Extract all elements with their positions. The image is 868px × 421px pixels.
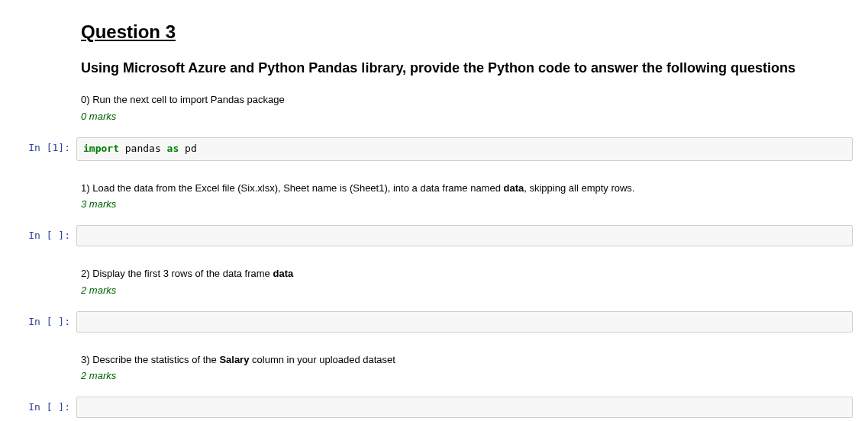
code-cell-2: In [ ]: <box>0 222 868 249</box>
code-cell-1: In [1]: import pandas as pd <box>0 134 868 164</box>
cell-prompt: In [1]: <box>0 137 76 154</box>
cell-prompt-empty <box>0 349 76 354</box>
question-1-marks: 3 marks <box>81 198 848 210</box>
markdown-cell-q3: 3) Describe the statistics of the Salary… <box>0 346 868 388</box>
cell-prompt-empty <box>0 263 76 268</box>
question-0-marks: 0 marks <box>81 111 848 122</box>
cell-prompt: In [ ]: <box>0 311 76 328</box>
question-subtitle: Using Microsoft Azure and Python Pandas … <box>81 59 848 77</box>
code-input[interactable] <box>76 397 853 418</box>
code-cell-3: In [ ]: <box>0 308 868 336</box>
cell-prompt-empty <box>0 18 76 23</box>
cell-prompt: In [ ]: <box>0 225 76 242</box>
question-0-text: 0) Run the next cell to import Pandas pa… <box>81 92 848 108</box>
markdown-cell-header: Question 3 Using Microsoft Azure and Pyt… <box>0 15 868 128</box>
cell-prompt-empty <box>0 178 76 182</box>
code-input[interactable] <box>76 225 853 246</box>
question-1-text: 1) Load the data from the Excel file (Si… <box>81 181 848 196</box>
question-2-text: 2) Display the first 3 rows of the data … <box>81 266 848 281</box>
question-3-text: 3) Describe the statistics of the Salary… <box>81 352 848 368</box>
markdown-cell-q1: 1) Load the data from the Excel file (Si… <box>0 175 868 217</box>
markdown-cell-q2: 2) Display the first 3 rows of the data … <box>0 260 868 302</box>
question-3-marks: 2 marks <box>81 370 848 381</box>
code-input[interactable]: import pandas as pd <box>76 137 853 161</box>
question-title: Question 3 <box>81 21 848 43</box>
cell-prompt: In [ ]: <box>0 397 76 413</box>
code-input[interactable] <box>76 311 853 333</box>
question-2-marks: 2 marks <box>81 284 848 296</box>
code-cell-4: In [ ]: <box>0 394 868 421</box>
